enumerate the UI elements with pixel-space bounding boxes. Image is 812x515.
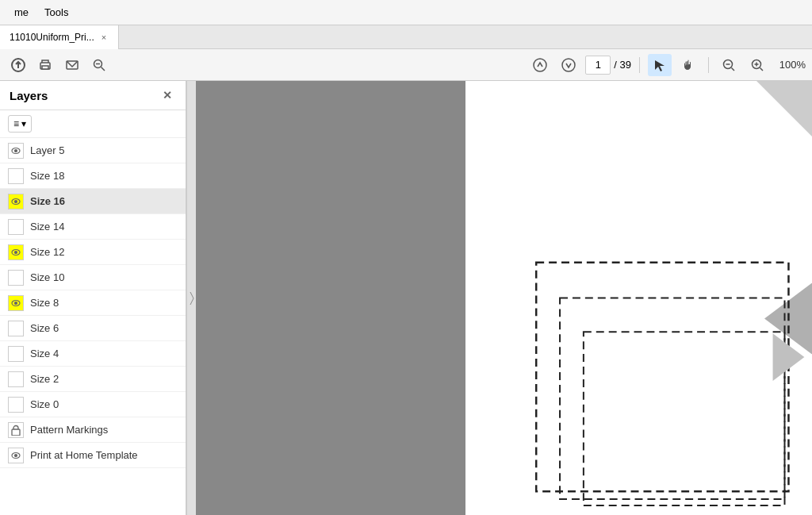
svg-point-18 [15,149,17,152]
layer-view-icon: ≡ [13,118,19,129]
svg-rect-2 [42,66,48,69]
list-item[interactable]: Size 4 [0,341,186,367]
layer-name: Size 18 [30,170,64,182]
layer-eye-icon-yellow [8,194,24,209]
svg-point-27 [15,454,17,456]
svg-rect-31 [536,263,788,491]
tab-bar: 11010Uniform_Pri... × [0,25,812,49]
page-down-btn[interactable] [557,54,580,76]
tab-close-btn[interactable]: × [99,32,109,43]
layer-eye-icon-yellow [8,244,24,260]
layer-square-icon [8,168,24,184]
list-item[interactable]: Size 16 [0,189,186,214]
list-item[interactable]: Size 18 [0,163,186,189]
toolbar-separator-2 [708,57,709,73]
list-item[interactable]: Size 10 [0,265,186,290]
pointer-tool-btn[interactable] [648,54,672,76]
gray-page-area [196,81,465,515]
pdf-viewer[interactable] [465,81,812,515]
svg-point-7 [534,59,546,71]
layer-name: Size 14 [30,221,64,233]
list-item[interactable]: Size 0 [0,392,186,417]
layer-square-icon [8,219,24,235]
layers-title: Layers [10,89,48,102]
svg-rect-25 [12,429,20,436]
layer-name: Size 4 [30,348,59,359]
layer-square-icon [8,321,24,336]
list-item[interactable]: Size 6 [0,316,186,341]
list-item[interactable]: Print at Home Template [0,443,186,468]
svg-point-8 [562,59,575,71]
menu-bar: me Tools [0,0,812,25]
page-separator: / 39 [614,59,631,71]
layer-square-icon [8,270,24,286]
layer-name: Size 6 [30,322,59,334]
list-item[interactable]: Size 2 [0,367,186,392]
layer-name: Size 8 [30,297,59,309]
page-nav: / 39 [585,56,631,75]
layer-name: Size 16 [30,195,65,207]
menu-item-tools[interactable]: Tools [36,3,76,21]
svg-rect-33 [584,332,785,505]
list-item[interactable]: Layer 5 [0,138,186,163]
menu-item-me[interactable]: me [6,3,36,21]
layers-list: Layer 5 Size 18 Size 16 Si [0,138,186,515]
svg-rect-32 [560,298,784,500]
layer-name: Size 12 [30,246,64,258]
pdf-pattern-content [465,81,812,515]
zoom-level-label: 100% [774,59,806,71]
layer-eye-icon-yellow [8,295,24,311]
layer-name: Layer 5 [30,144,64,156]
active-tab[interactable]: 11010Uniform_Pri... × [0,25,119,49]
layer-lock-icon [8,422,24,438]
layer-name: Size 0 [30,398,59,410]
svg-line-11 [732,67,735,71]
svg-line-29 [190,298,193,305]
layer-view-btn[interactable]: ≡ ▾ [8,115,32,133]
page-number-input[interactable] [585,56,611,75]
svg-line-28 [190,292,193,298]
layers-close-btn[interactable]: ✕ [159,87,176,103]
layer-square-icon [8,371,24,387]
zoom-search-btn[interactable] [87,54,111,76]
svg-line-14 [760,67,764,71]
content-area [196,81,812,515]
print-btn[interactable] [33,54,57,76]
svg-point-20 [15,200,17,202]
list-item[interactable]: Size 8 [0,290,186,316]
svg-point-24 [15,302,17,304]
layer-eye-icon [8,143,24,159]
layer-name: Print at Home Template [30,449,138,461]
zoom-out-btn[interactable] [717,54,741,76]
toolbar-separator-1 [639,57,640,73]
toolbar: / 39 [0,49,812,81]
list-item[interactable]: Size 12 [0,240,186,265]
panel-resize-handle[interactable] [186,81,196,515]
layer-name: Pattern Markings [30,424,108,436]
layer-name: Size 10 [30,271,64,283]
svg-marker-9 [655,60,665,71]
page-up-btn[interactable] [528,54,552,76]
toolbar-right: / 39 [528,54,806,76]
hand-tool-btn[interactable] [676,54,700,76]
list-item[interactable]: Size 14 [0,214,186,240]
layers-panel: Layers ✕ ≡ ▾ Layer 5 [0,81,186,515]
layer-square-icon [8,346,24,362]
layer-eye-icon [8,448,24,463]
layers-toolbar: ≡ ▾ [0,110,186,138]
svg-line-5 [102,67,105,71]
tab-title: 11010Uniform_Pri... [10,32,94,43]
layers-panel-header: Layers ✕ [0,81,186,110]
toolbar-left [6,54,525,76]
mail-btn[interactable] [60,54,84,76]
layer-view-arrow: ▾ [21,118,26,129]
main-area: Layers ✕ ≡ ▾ Layer 5 [0,81,812,515]
zoom-in-btn[interactable] [745,54,769,76]
layer-square-icon [8,397,24,413]
layer-name: Size 2 [30,373,59,385]
upload-btn[interactable] [6,54,30,76]
list-item[interactable]: Pattern Markings [0,417,186,443]
svg-point-22 [15,251,17,253]
